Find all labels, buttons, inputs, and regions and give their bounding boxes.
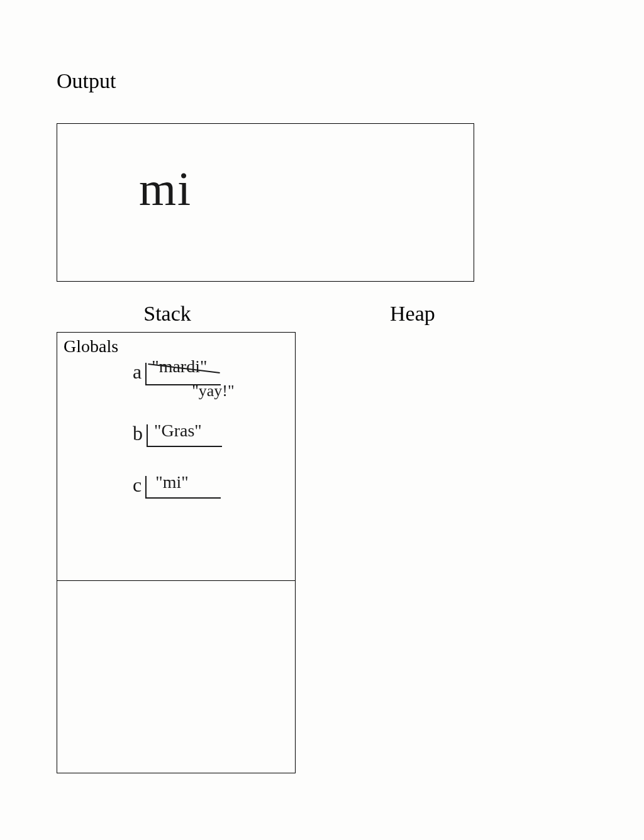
stack-label: Stack: [136, 302, 199, 326]
var-a-name: a: [133, 360, 142, 384]
output-section-label: Output: [57, 69, 587, 93]
var-a-row: a "mardi" "yay!": [133, 360, 145, 384]
stack-heap-header: Stack Heap: [57, 302, 522, 326]
globals-frame: Globals a "mardi" "yay!" b "Gras" c: [57, 332, 296, 581]
empty-frame: [57, 581, 296, 773]
output-value: mi: [139, 162, 192, 216]
var-a-old-value: "mardi": [152, 356, 207, 377]
var-a-new-value: "yay!": [192, 382, 234, 401]
var-b-row: b "Gras": [133, 422, 147, 445]
var-b-name: b: [133, 422, 143, 445]
var-c-name: c: [133, 473, 142, 497]
var-c-value: "mi": [155, 472, 188, 492]
memory-diagram-page: Output mi Stack Heap Globals a "mardi" "…: [0, 0, 644, 773]
globals-frame-label: Globals: [64, 336, 118, 356]
heap-label: Heap: [390, 302, 435, 326]
var-b-value: "Gras": [154, 421, 202, 441]
var-c-row: c "mi": [133, 473, 145, 497]
output-box: mi: [57, 123, 474, 282]
stack-area: Globals a "mardi" "yay!" b "Gras" c: [57, 332, 587, 773]
